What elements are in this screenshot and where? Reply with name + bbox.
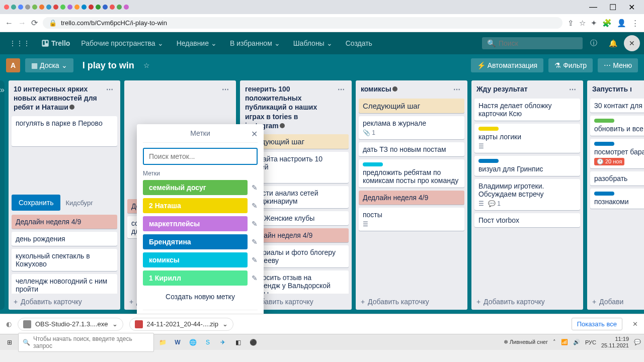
profile-avatar-icon[interactable]: 👤	[617, 19, 626, 28]
workspaces-menu[interactable]: Рабочие пространства ⌄	[76, 36, 168, 50]
card[interactable]: день рождения✎	[12, 232, 117, 246]
telegram-icon[interactable]: ✈	[216, 336, 229, 349]
volume-icon[interactable]: 🔊	[573, 339, 580, 345]
edit-label-icon[interactable]: ✎	[252, 274, 258, 282]
list-menu-icon[interactable]: ⋯	[220, 84, 231, 95]
label-chip[interactable]: Брендятина	[143, 234, 248, 249]
list-menu-icon[interactable]: ⋯	[451, 84, 462, 95]
card[interactable]: Дедлайн неделя 4/9✎	[12, 215, 117, 229]
list-title[interactable]: Жду результат	[476, 84, 565, 94]
card-label[interactable]	[594, 142, 614, 146]
list-menu-icon[interactable]: ⋯	[336, 84, 347, 95]
edit-label-icon[interactable]: ✎	[252, 256, 258, 264]
share-icon[interactable]: ⇪	[568, 19, 574, 28]
card[interactable]: Дедлайн неделя 4/9✎	[359, 191, 464, 205]
card[interactable]: челлендж новогодний с ним пройти✎	[12, 274, 117, 294]
download-item[interactable]: 24-11-2021_20-44-....zip ⌄	[129, 318, 233, 331]
save-button[interactable]: Сохранить	[12, 195, 61, 211]
create-label-button[interactable]: Создать новую метку	[143, 289, 258, 305]
card[interactable]: визуал для Гринпис✎	[474, 156, 580, 176]
colorblind-toggle[interactable]: Включить режим для дальтоников	[143, 313, 258, 314]
popover-close-icon[interactable]: ✕	[251, 129, 258, 139]
obs-icon[interactable]: ⚫	[247, 336, 260, 349]
card[interactable]: Следующий шаг✎	[359, 99, 464, 113]
card-label[interactable]	[363, 162, 383, 166]
chrome-icon[interactable]: 🌐	[186, 336, 199, 349]
menu-dots-icon[interactable]: ⋮	[631, 19, 639, 28]
add-card-button[interactable]: + Добави	[587, 294, 644, 310]
chevron-down-icon[interactable]: ⌄	[222, 320, 228, 328]
label-chip[interactable]: 1 Кирилл	[143, 270, 248, 286]
sidebar-expand-icon[interactable]: »	[0, 80, 5, 310]
trello-logo[interactable]: Trello	[38, 39, 73, 47]
board-view-switcher[interactable]: ▦ Доска ⌄	[25, 58, 73, 72]
card-label[interactable]	[478, 127, 499, 131]
show-all-downloads[interactable]: Показать все	[572, 318, 622, 330]
label-chip[interactable]: 2 Наташа	[143, 198, 248, 213]
list-menu-icon[interactable]: ⋯	[104, 84, 115, 95]
add-card-button[interactable]: + Добавить карточку	[356, 294, 467, 310]
list-title[interactable]: Запустить ı	[592, 84, 644, 94]
chevron-down-icon[interactable]: ⌄	[112, 320, 118, 328]
tray-chevron-icon[interactable]: ˄	[553, 339, 556, 345]
info-icon[interactable]: ⓘ	[586, 35, 602, 51]
label-chip[interactable]: маркетплейсы	[143, 216, 248, 231]
weather-widget[interactable]: ❄ Ливневый снег	[504, 339, 548, 345]
card[interactable]: Владимир игротеки. Обсуждаем встречу☰💬 1…	[474, 179, 580, 210]
list-title[interactable]: генерить 100 положительных публикаций о …	[245, 84, 334, 130]
extensions-icon[interactable]: ✦	[591, 19, 597, 28]
card[interactable]: дать ТЗ по новым постам✎	[359, 142, 464, 156]
automation-button[interactable]: ⚡ Автоматизация	[471, 58, 543, 72]
edit-label-icon[interactable]: ✎	[252, 238, 258, 246]
download-item[interactable]: OBS-Studio-27.1.3....exe ⌄	[18, 318, 123, 331]
clock-date[interactable]: 25.11.2021	[601, 342, 629, 348]
clock-time[interactable]: 11:19	[601, 336, 629, 342]
search-input[interactable]	[499, 39, 578, 47]
close-overlay-icon[interactable]: ✕	[624, 35, 640, 51]
edit-label-icon[interactable]: ✎	[252, 184, 258, 192]
create-button[interactable]: Создать	[341, 36, 377, 50]
workspace-badge[interactable]: А	[6, 58, 20, 72]
card[interactable]: карты логики☰✎	[474, 124, 580, 153]
card[interactable]: Пост vtorbox✎	[474, 213, 580, 227]
card-label[interactable]	[594, 119, 614, 123]
card-composer[interactable]: погулять в парке в Перово	[12, 116, 117, 146]
star-icon[interactable]: ☆	[579, 19, 586, 28]
list-title[interactable]: 10 интересных ярких новых активностей дл…	[14, 84, 102, 112]
app-icon[interactable]: ◧	[231, 336, 245, 349]
add-card-button[interactable]: + Добавить карточку	[9, 294, 120, 310]
network-icon[interactable]: 📶	[561, 339, 568, 345]
card[interactable]: кукольный спектакль в Кожухово✎	[12, 249, 117, 271]
skype-icon[interactable]: S	[201, 336, 214, 349]
add-card-button[interactable]: + Добавить карточку	[471, 294, 583, 310]
filter-button[interactable]: ⚗ Фильтр	[548, 58, 593, 72]
close-downloads-icon[interactable]: ✕	[632, 320, 638, 328]
card[interactable]: обновить и все тренин✎	[590, 116, 644, 136]
card-label[interactable]	[594, 192, 614, 196]
reload-icon[interactable]: ⟳	[31, 18, 38, 28]
explorer-icon[interactable]: 📁	[156, 336, 169, 349]
header-search[interactable]: 🔍	[482, 37, 583, 49]
taskbar-search[interactable]: 🔍 Чтобы начать поиск, введите здесь запр…	[18, 333, 154, 352]
list-menu-icon[interactable]: ⋯	[567, 84, 578, 95]
card[interactable]: 30 контакт для поиска✎	[590, 99, 644, 113]
card[interactable]: Настя делает обложку карточки Ксю✎	[474, 99, 580, 121]
label-chip[interactable]: комиксы	[143, 252, 248, 267]
puzzle-icon[interactable]: 🧩	[602, 19, 612, 28]
card[interactable]: реклама в журнале📎 1✎	[359, 116, 464, 139]
board-title[interactable]: I play to win	[78, 60, 138, 71]
notifications-tray-icon[interactable]: 💬	[634, 339, 641, 345]
star-board-icon[interactable]: ☆	[143, 61, 150, 69]
card[interactable]: посты☰✎	[359, 208, 464, 231]
back-icon[interactable]: ←	[5, 19, 13, 28]
edit-label-icon[interactable]: ✎	[252, 220, 258, 228]
starred-menu[interactable]: В избранном ⌄	[225, 36, 285, 50]
board-canvas[interactable]: » 10 интересных ярких новых активностей …	[0, 76, 644, 314]
window-maximize-icon[interactable]: ☐	[604, 3, 621, 12]
window-close-icon[interactable]: ✕	[623, 3, 640, 12]
board-menu-button[interactable]: ⋯ Меню	[598, 58, 638, 72]
list-title[interactable]: комиксы	[361, 84, 449, 94]
language-indicator[interactable]: РУС	[585, 339, 596, 345]
window-minimize-icon[interactable]: —	[584, 3, 602, 12]
notifications-icon[interactable]: 🔔	[605, 35, 621, 51]
